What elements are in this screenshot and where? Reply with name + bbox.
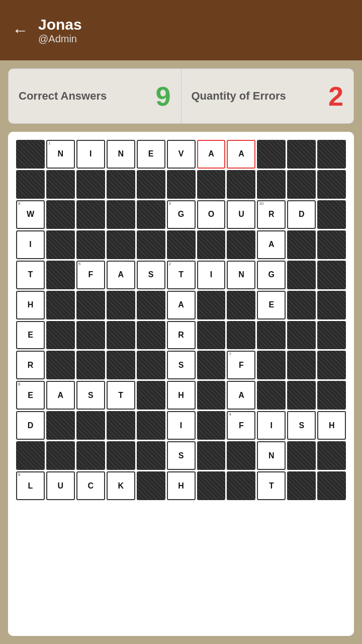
grid-cell[interactable] [197,351,226,379]
grid-cell[interactable] [317,441,346,470]
grid-cell[interactable] [287,230,316,259]
grid-cell[interactable] [317,200,346,229]
grid-cell[interactable] [46,441,75,470]
grid-cell[interactable] [137,441,165,470]
grid-cell[interactable] [317,230,346,259]
grid-cell[interactable]: G [257,261,286,289]
grid-cell[interactable]: 10R [257,200,286,229]
grid-cell[interactable]: T [257,471,286,500]
grid-cell[interactable] [107,291,135,319]
grid-cell[interactable] [227,321,255,350]
grid-cell[interactable] [227,471,255,500]
grid-cell[interactable] [227,230,255,259]
grid-cell[interactable]: V [167,140,196,169]
grid-cell[interactable]: K [107,471,135,500]
grid-cell[interactable]: I [76,140,105,169]
grid-cell[interactable] [317,351,346,379]
grid-cell[interactable] [287,170,316,199]
grid-cell[interactable] [317,170,346,199]
grid-cell[interactable] [227,291,255,319]
grid-cell[interactable] [317,471,346,500]
grid-cell[interactable]: R [16,351,45,379]
grid-cell[interactable] [46,200,75,229]
grid-cell[interactable]: R [167,321,196,350]
grid-cell[interactable]: 3G [167,200,196,229]
grid-cell[interactable] [46,321,75,350]
grid-cell[interactable] [197,291,226,319]
grid-cell[interactable] [76,321,105,350]
grid-cell[interactable]: U [46,471,75,500]
grid-cell[interactable]: O [197,200,226,229]
grid-cell[interactable]: 6L [16,471,45,500]
grid-cell[interactable]: S [287,411,316,440]
grid-cell[interactable] [137,471,165,500]
grid-cell[interactable] [287,261,316,289]
grid-cell[interactable] [167,170,196,199]
grid-cell[interactable] [197,230,226,259]
grid-cell[interactable]: S [137,261,165,289]
grid-cell[interactable]: N [227,261,255,289]
grid-cell[interactable] [317,261,346,289]
grid-cell[interactable]: U [227,200,255,229]
grid-cell[interactable]: 1N [46,140,75,169]
grid-cell[interactable]: A [46,381,75,410]
grid-cell[interactable] [227,441,255,470]
grid-cell[interactable]: 8E [16,381,45,410]
grid-cell[interactable]: 2T [167,261,196,289]
grid-cell[interactable]: I [16,230,45,259]
grid-cell[interactable]: H [16,291,45,319]
grid-cell[interactable] [197,411,226,440]
grid-cell[interactable]: S [76,381,105,410]
grid-cell[interactable]: I [167,411,196,440]
grid-cell[interactable]: 7F [227,351,255,379]
grid-cell[interactable] [107,230,135,259]
grid-cell[interactable] [46,170,75,199]
grid-cell[interactable] [287,381,316,410]
grid-cell[interactable] [76,230,105,259]
grid-cell[interactable] [76,170,105,199]
grid-cell[interactable]: C [76,471,105,500]
grid-cell[interactable]: H [167,471,196,500]
grid-cell[interactable] [137,170,165,199]
grid-cell[interactable] [227,170,255,199]
grid-cell[interactable] [16,140,45,169]
grid-cell[interactable]: A [227,140,255,169]
grid-cell[interactable]: H [167,381,196,410]
grid-cell[interactable]: S [167,441,196,470]
grid-cell[interactable] [76,441,105,470]
grid-cell[interactable] [76,351,105,379]
grid-cell[interactable] [107,411,135,440]
grid-cell[interactable]: 9W [16,200,45,229]
grid-cell[interactable] [317,140,346,169]
grid-cell[interactable]: T [107,381,135,410]
grid-cell[interactable] [137,291,165,319]
grid-cell[interactable] [257,170,286,199]
grid-cell[interactable]: E [16,321,45,350]
grid-cell[interactable] [257,321,286,350]
grid-cell[interactable] [46,261,75,289]
grid-cell[interactable]: N [107,140,135,169]
grid-cell[interactable]: A [167,291,196,319]
grid-cell[interactable] [137,411,165,440]
grid-cell[interactable] [107,441,135,470]
grid-cell[interactable] [287,140,316,169]
grid-cell[interactable]: 4F [227,411,255,440]
grid-cell[interactable] [317,321,346,350]
grid-cell[interactable]: A [257,230,286,259]
grid-cell[interactable] [137,321,165,350]
grid-cell[interactable] [257,351,286,379]
grid-cell[interactable] [197,471,226,500]
grid-cell[interactable] [287,351,316,379]
grid-cell[interactable] [107,321,135,350]
grid-cell[interactable]: A [107,261,135,289]
grid-cell[interactable]: I [197,261,226,289]
back-button[interactable]: ← [12,21,28,40]
grid-cell[interactable] [76,200,105,229]
grid-cell[interactable] [287,471,316,500]
grid-cell[interactable] [317,291,346,319]
grid-cell[interactable] [257,140,286,169]
grid-cell[interactable] [107,351,135,379]
grid-cell[interactable] [137,381,165,410]
grid-cell[interactable] [137,200,165,229]
grid-cell[interactable] [137,351,165,379]
